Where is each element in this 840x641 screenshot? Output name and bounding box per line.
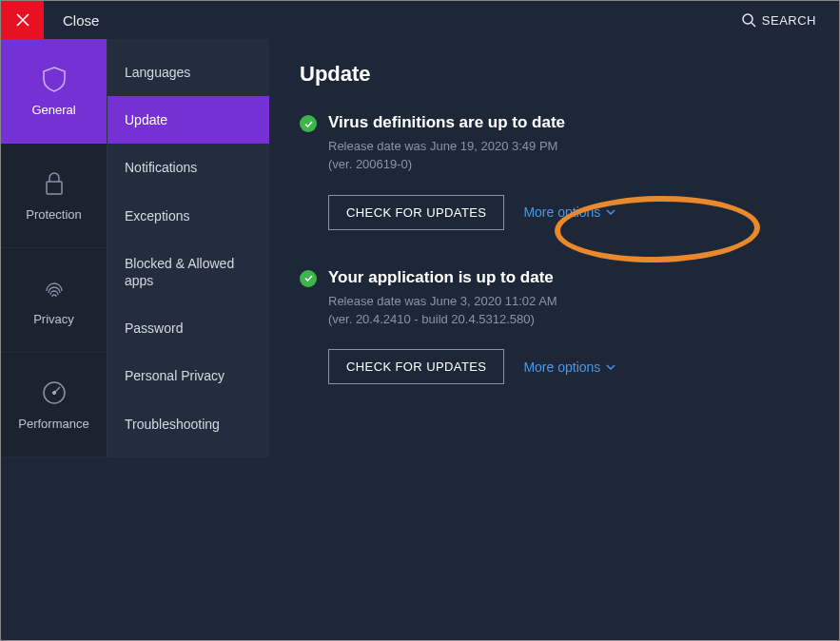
shield-icon xyxy=(40,65,68,93)
fingerprint-icon xyxy=(40,274,68,302)
nav-performance[interactable]: Performance xyxy=(1,353,107,457)
more-options-link[interactable]: More options xyxy=(523,359,615,375)
page-title: Update xyxy=(300,62,809,87)
content-pane: Update Virus definitions are up to date … xyxy=(269,39,839,457)
chevron-down-icon xyxy=(606,362,615,372)
status-detail: Release date was June 19, 2020 3:49 PM (… xyxy=(328,138,809,174)
svg-point-0 xyxy=(743,14,752,24)
close-label[interactable]: Close xyxy=(44,12,99,29)
svg-rect-1 xyxy=(47,182,62,194)
subnav-blocked-allowed[interactable]: Blocked & Allowed apps xyxy=(107,240,269,304)
more-options-link[interactable]: More options xyxy=(523,204,615,220)
primary-nav: General Protection Privacy Performance xyxy=(1,39,107,457)
chevron-down-icon xyxy=(606,207,615,217)
title-bar: Close SEARCH xyxy=(1,1,839,39)
status-heading: Your application is up to date xyxy=(328,268,554,287)
nav-label: Privacy xyxy=(33,312,74,326)
subnav-exceptions[interactable]: Exceptions xyxy=(107,192,269,240)
subnav-personal-privacy[interactable]: Personal Privacy xyxy=(107,352,269,399)
nav-label: Performance xyxy=(18,417,88,431)
nav-general[interactable]: General xyxy=(1,39,107,144)
status-detail: Release date was June 3, 2020 11:02 AM (… xyxy=(328,293,809,329)
search-button[interactable]: SEARCH xyxy=(741,12,839,28)
check-circle-icon xyxy=(300,270,317,287)
check-updates-button[interactable]: CHECK FOR UPDATES xyxy=(328,195,504,230)
search-label: SEARCH xyxy=(762,13,816,28)
subnav-languages[interactable]: Languages xyxy=(107,49,269,96)
check-updates-button[interactable]: CHECK FOR UPDATES xyxy=(328,349,504,384)
svg-point-3 xyxy=(52,392,55,395)
lock-icon xyxy=(40,169,68,198)
nav-label: Protection xyxy=(26,207,82,222)
subnav-password[interactable]: Password xyxy=(107,304,269,352)
subnav-troubleshooting[interactable]: Troubleshooting xyxy=(107,400,269,448)
close-button[interactable] xyxy=(1,1,44,39)
gauge-icon xyxy=(40,379,68,407)
nav-label: General xyxy=(31,103,75,117)
secondary-nav: Languages Update Notifications Exception… xyxy=(107,39,269,457)
close-icon xyxy=(16,13,29,27)
nav-protection[interactable]: Protection xyxy=(1,144,107,248)
check-circle-icon xyxy=(300,115,317,132)
status-heading: Virus definitions are up to date xyxy=(328,113,565,132)
search-icon xyxy=(741,12,756,28)
update-section-application: Your application is up to date Release d… xyxy=(300,268,809,385)
subnav-update[interactable]: Update xyxy=(107,96,269,144)
nav-privacy[interactable]: Privacy xyxy=(1,248,107,353)
subnav-notifications[interactable]: Notifications xyxy=(107,144,269,191)
update-section-virus-defs: Virus definitions are up to date Release… xyxy=(300,113,809,230)
